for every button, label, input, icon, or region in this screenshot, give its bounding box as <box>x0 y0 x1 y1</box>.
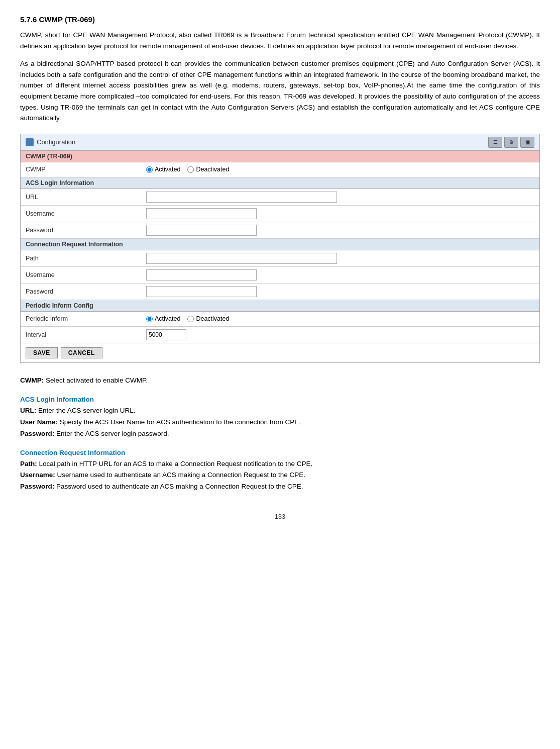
conn-username-bold: Username: <box>20 471 55 479</box>
cancel-button[interactable]: CANCEL <box>61 347 102 358</box>
periodic-activated-label: Activated <box>155 315 180 322</box>
cwmp-desc-line: CWMP: Select activated to enable CWMP. <box>20 375 540 387</box>
conn-username-row: Username <box>21 267 539 284</box>
path-bold: Path: <box>20 460 37 467</box>
periodic-activated-radio-label[interactable]: Activated <box>146 315 180 322</box>
acs-username-row: Username <box>21 206 539 222</box>
acs-password-control <box>146 225 534 236</box>
conn-username-input[interactable] <box>146 269 257 280</box>
interval-row: Interval 5000 <box>21 327 539 343</box>
conn-password-control <box>146 286 534 297</box>
button-row: SAVE CANCEL <box>21 343 539 362</box>
interval-control: 5000 <box>146 329 534 340</box>
username-bold: User Name: <box>20 418 58 426</box>
url-desc: URL: Enter the ACS server login URL. <box>20 405 540 417</box>
conn-password-text: Password used to authenticate an ACS mak… <box>54 483 303 490</box>
acs-username-input[interactable] <box>146 208 257 219</box>
acs-username-control <box>146 208 534 219</box>
acs-password-label: Password <box>26 227 146 234</box>
path-desc: Path: Local path in HTTP URL for an ACS … <box>20 458 540 470</box>
url-row: URL <box>21 189 539 206</box>
interval-label: Interval <box>26 331 146 338</box>
cwmp-label: CWMP <box>26 166 146 173</box>
password-desc: Password: Enter the ACS server login pas… <box>20 428 540 440</box>
cwmp-control: Activated Deactivated <box>146 166 534 173</box>
acs-username-label: Username <box>26 210 146 217</box>
conn-password-desc: Password: Password used to authenticate … <box>20 481 540 493</box>
periodic-deactivated-label: Deactivated <box>196 315 229 322</box>
username-desc: User Name: Specify the ACS User Name for… <box>20 417 540 428</box>
path-text: Local path in HTTP URL for an ACS to mak… <box>37 460 313 467</box>
conn-password-label: Password <box>26 288 146 295</box>
url-label: URL <box>26 194 146 201</box>
url-text: Enter the ACS server login URL. <box>36 407 135 414</box>
panel-icon-2[interactable]: 🗎 <box>504 137 518 148</box>
conn-username-control <box>146 269 534 280</box>
cwmp-subsection-bar: CWMP (TR-069) <box>21 151 539 162</box>
paragraph-1: CWMP, short for CPE WAN Management Proto… <box>20 30 540 51</box>
save-button[interactable]: SAVE <box>26 347 58 358</box>
cwmp-deactivated-radio[interactable] <box>187 166 194 173</box>
interval-input[interactable]: 5000 <box>146 329 186 340</box>
periodic-section-bar: Periodic Inform Config <box>21 300 539 312</box>
conn-username-text: Username used to authenticate an ACS mak… <box>55 471 305 479</box>
cwmp-activated-label: Activated <box>155 166 180 173</box>
cwmp-description: CWMP: Select activated to enable CWMP. <box>20 375 540 387</box>
acs-heading: ACS Login Information <box>20 396 540 403</box>
acs-section-label: ACS Login Information <box>26 179 94 186</box>
periodic-inform-label: Periodic Inform <box>26 315 146 322</box>
password-text: Enter the ACS server login password. <box>54 430 169 437</box>
conn-username-label: Username <box>26 271 146 278</box>
password-bold: Password: <box>20 430 54 437</box>
cwmp-row: CWMP Activated Deactivated <box>21 162 539 177</box>
conn-section-bar: Connection Request Information <box>21 239 539 250</box>
cwmp-deactivated-radio-label[interactable]: Deactivated <box>187 166 229 173</box>
cwmp-activated-radio-label[interactable]: Activated <box>146 166 180 173</box>
path-control <box>146 253 534 264</box>
path-label: Path <box>26 255 146 262</box>
conn-password-bold: Password: <box>20 483 54 490</box>
path-row: Path <box>21 250 539 267</box>
periodic-section-label: Periodic Inform Config <box>26 302 93 309</box>
conn-password-input[interactable] <box>146 286 257 297</box>
config-panel: Configuration ☰ 🗎 ▣ CWMP (TR-069) CWMP A… <box>20 134 540 363</box>
url-control <box>146 192 534 203</box>
paragraph-2: As a bidirectional SOAP/HTTP based proto… <box>20 58 540 124</box>
path-input[interactable] <box>146 253 337 264</box>
periodic-activated-radio[interactable] <box>146 316 153 322</box>
cwmp-subsection-label: CWMP (TR-069) <box>26 153 72 160</box>
panel-icon-3[interactable]: ▣ <box>520 137 534 148</box>
conn-password-row: Password <box>21 284 539 300</box>
cwmp-desc-bold: CWMP: <box>20 377 44 384</box>
url-bold: URL: <box>20 407 36 414</box>
page-footer: 133 <box>20 513 540 520</box>
conn-section-label: Connection Request Information <box>26 241 123 248</box>
config-header-icon <box>26 138 34 146</box>
url-input[interactable] <box>146 192 337 203</box>
periodic-deactivated-radio-label[interactable]: Deactivated <box>187 315 229 322</box>
acs-password-row: Password <box>21 222 539 239</box>
config-panel-title: Configuration <box>37 138 75 146</box>
acs-password-input[interactable] <box>146 225 257 236</box>
config-panel-header: Configuration ☰ 🗎 ▣ <box>21 134 539 151</box>
cwmp-deactivated-label: Deactivated <box>196 166 229 173</box>
conn-heading: Connection Request Information <box>20 449 540 456</box>
panel-icon-1[interactable]: ☰ <box>488 137 502 148</box>
conn-username-desc: Username: Username used to authenticate … <box>20 470 540 481</box>
acs-section-bar: ACS Login Information <box>21 177 539 189</box>
periodic-deactivated-radio[interactable] <box>187 316 194 322</box>
username-text: Specify the ACS User Name for ACS authen… <box>58 418 301 426</box>
periodic-inform-row: Periodic Inform Activated Deactivated <box>21 312 539 327</box>
cwmp-activated-radio[interactable] <box>146 166 153 173</box>
periodic-inform-control: Activated Deactivated <box>146 315 534 322</box>
section-heading: 5.7.6 CWMP (TR-069) <box>20 15 540 24</box>
cwmp-desc-text: Select activated to enable CWMP. <box>44 377 148 384</box>
